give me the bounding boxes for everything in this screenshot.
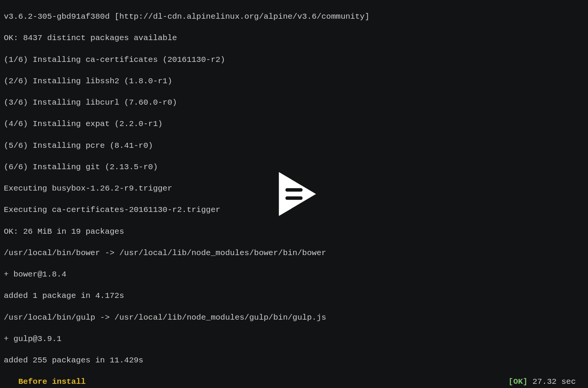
output-line: /usr/local/bin/gulp -> /usr/local/lib/no… [4,312,584,323]
output-line: (5/6) Installing pcre (8.41-r0) [4,141,584,151]
output-line: (1/6) Installing ca-certificates (201611… [4,55,584,65]
stage-label: Before install [18,377,86,386]
output-line: OK: 8437 distinct packages available [4,33,584,44]
output-line: + gulp@3.9.1 [4,334,584,344]
output-line: added 1 package in 4.172s [4,291,584,301]
stage-time: 27.32 sec [533,377,576,386]
output-line: (4/6) Installing expat (2.2.0-r1) [4,119,584,129]
output-line: + bower@1.8.4 [4,269,584,280]
output-line: added 255 packages in 11.429s [4,355,584,366]
output-line: (2/6) Installing libssh2 (1.8.0-r1) [4,76,584,87]
output-line: (3/6) Installing libcurl (7.60.0-r0) [4,97,584,108]
svg-marker-0 [279,172,316,216]
stage-status: [OK] [509,377,528,386]
play-icon [260,160,328,228]
output-line: v3.6.2-305-gbd91af380d [http://dl-cdn.al… [4,11,584,22]
play-button[interactable] [260,160,328,228]
stage-before-install: Before install[OK] 27.32 sec [4,377,584,387]
output-line: /usr/local/bin/bower -> /usr/local/lib/n… [4,248,584,259]
